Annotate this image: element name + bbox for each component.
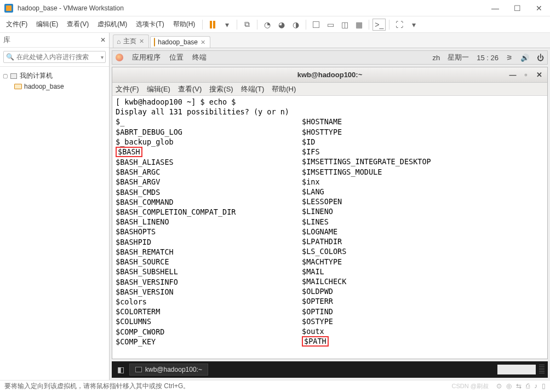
var: $BASH_SOURCE: [116, 257, 169, 266]
taskbar-grip: [539, 365, 545, 374]
library-search[interactable]: 🔍 ▾: [3, 51, 106, 63]
volume-icon[interactable]: 🔊: [520, 54, 529, 62]
taskbar-tray[interactable]: [497, 365, 536, 374]
var-path-highlight: $PATH: [302, 336, 329, 347]
menu-view[interactable]: 查看(V): [63, 18, 93, 31]
terminal-menubar: 文件(F) 编辑(E) 查看(V) 搜索(S) 终端(T) 帮助(H): [112, 83, 547, 96]
power-icon[interactable]: ⏻: [537, 54, 544, 62]
terminal-icon: [135, 367, 142, 372]
menu-edit[interactable]: 编辑(E): [32, 18, 62, 31]
device-sound-icon[interactable]: ♪: [534, 382, 537, 390]
vm-icon: [14, 83, 22, 90]
tab-vm-close[interactable]: ✕: [200, 39, 205, 46]
var: $MAILCHECK: [302, 277, 346, 286]
vm-console[interactable]: 应用程序 位置 终端 zh 星期一 15 : 26 ⚞ 🔊 ⏻ kwb@hado…: [110, 48, 550, 380]
snapshot-take-button[interactable]: ◔: [261, 19, 274, 31]
terminal-output[interactable]: [ kwb@hadoop100 ~] $ echo $ Display all …: [112, 96, 547, 359]
var: $COMP_KEY: [116, 337, 156, 346]
search-input[interactable]: [16, 53, 99, 61]
snapshot-revert-button[interactable]: ◕: [275, 19, 288, 31]
gnome-day: 星期一: [448, 53, 469, 62]
tab-vm[interactable]: hadoop_base ✕: [150, 36, 210, 48]
term-menu-view[interactable]: 查看(V): [178, 84, 202, 94]
var: $BASH_ALIASES: [116, 158, 174, 166]
var: $OPTERR: [302, 297, 333, 305]
guest-taskbar: ◧ kwb@hadoop100:~: [112, 361, 548, 378]
status-hint: 要将输入定向到该虚拟机，请将鼠标指针移入其中或按 Ctrl+G。: [4, 382, 190, 391]
var: $colors: [116, 297, 147, 306]
view-split-button[interactable]: ▭: [324, 19, 337, 31]
term-menu-search[interactable]: 搜索(S): [209, 84, 233, 94]
var: $BASH_VERSINFO: [116, 278, 178, 286]
term-menu-edit[interactable]: 编辑(E): [147, 84, 170, 94]
tab-home-close[interactable]: ✕: [139, 38, 144, 45]
gnome-places[interactable]: 位置: [169, 53, 184, 62]
gnome-logo-icon: [116, 54, 123, 61]
device-net-icon[interactable]: ⇆: [516, 382, 522, 390]
view-single-button[interactable]: [310, 19, 323, 31]
gnome-lang[interactable]: zh: [433, 54, 440, 62]
maximize-button[interactable]: ☐: [506, 0, 528, 16]
var: $BASH_COMPLETION_COMPAT_DIR: [116, 207, 236, 216]
term-menu-file[interactable]: 文件(F): [116, 84, 139, 94]
var: $BASH_COMMAND: [116, 198, 174, 206]
taskbar-start-icon[interactable]: ◧: [115, 364, 126, 375]
menu-vm[interactable]: 虚拟机(M): [94, 18, 131, 31]
var: $LESSOPEN: [302, 197, 342, 206]
menu-tabs[interactable]: 选项卡(T): [132, 18, 168, 31]
snapshot-manage-button[interactable]: ◑: [289, 19, 302, 31]
close-button[interactable]: ✕: [528, 0, 550, 16]
menu-file[interactable]: 文件(F): [2, 18, 31, 31]
term-maximize-button[interactable]: ▫: [520, 70, 532, 80]
device-usb-icon[interactable]: ▯: [542, 382, 546, 390]
main-area: ⌂ 主页 ✕ hadoop_base ✕ 应用程序 位置 终端 zh 星期一: [110, 33, 550, 380]
terminal-title: kwb@hadoop100:~: [297, 71, 363, 79]
var: $ABRT_DEBUG_LOG: [116, 128, 182, 136]
tree-root[interactable]: ▢ 我的计算机: [2, 70, 107, 82]
tree-item-hadoop-base[interactable]: hadoop_base: [2, 82, 107, 91]
var: $BASH_LINENO: [116, 217, 169, 226]
var: $LANG: [302, 187, 324, 196]
console-button[interactable]: >_: [373, 19, 386, 31]
gnome-terminal[interactable]: 终端: [192, 53, 207, 62]
var: $ID: [302, 137, 315, 146]
library-close-button[interactable]: ✕: [100, 36, 106, 44]
var: $LOGNAME: [302, 227, 337, 236]
term-close-button[interactable]: ✕: [533, 70, 545, 80]
term-menu-help[interactable]: 帮助(H): [272, 84, 296, 94]
view-grid-button[interactable]: ▦: [352, 19, 365, 31]
minimize-button[interactable]: —: [484, 0, 506, 16]
var: $BASH_ARGV: [116, 177, 160, 186]
network-icon[interactable]: ⚞: [506, 54, 513, 62]
menu-help[interactable]: 帮助(H): [169, 18, 199, 31]
device-printer-icon[interactable]: ⎙: [526, 382, 530, 390]
var: $inx: [302, 177, 320, 186]
var: $MACHTYPE: [302, 257, 342, 266]
var: $_backup_glob: [116, 137, 174, 146]
library-tree: ▢ 我的计算机 hadoop_base: [0, 67, 109, 95]
term-menu-terminal[interactable]: 终端(T): [241, 84, 265, 94]
view-unity-button[interactable]: ◫: [338, 19, 351, 31]
var: $COLUMNS: [116, 317, 151, 326]
var: $BASHOPTS: [116, 227, 156, 236]
fullscreen-dropdown[interactable]: ▾: [407, 19, 420, 31]
var: $HOSTNAME: [302, 117, 342, 126]
terminal-window: kwb@hadoop100:~ — ▫ ✕ 文件(F) 编辑(E) 查看(V) …: [112, 67, 548, 359]
device-disk-icon[interactable]: ⊙: [496, 382, 502, 390]
tab-home[interactable]: ⌂ 主页 ✕: [113, 34, 149, 48]
term-minimize-button[interactable]: —: [507, 70, 519, 80]
power-dropdown[interactable]: ▾: [220, 19, 233, 31]
window-title: hadoop_base - VMware Workstation: [18, 4, 484, 12]
search-dropdown-icon[interactable]: ▾: [101, 54, 104, 60]
var: $LS_COLORS: [302, 247, 346, 256]
fullscreen-button[interactable]: ⛶: [393, 19, 406, 31]
gnome-apps[interactable]: 应用程序: [132, 53, 161, 62]
pause-button[interactable]: [206, 19, 219, 31]
device-cd-icon[interactable]: ◎: [506, 382, 512, 390]
collapse-icon[interactable]: ▢: [2, 73, 8, 79]
send-button[interactable]: ⧉: [240, 19, 254, 31]
home-icon: ⌂: [117, 38, 121, 45]
var: $outx: [302, 327, 324, 336]
taskbar-app-terminal[interactable]: kwb@hadoop100:~: [129, 364, 208, 376]
gnome-top-bar: 应用程序 位置 终端 zh 星期一 15 : 26 ⚞ 🔊 ⏻: [112, 50, 548, 65]
